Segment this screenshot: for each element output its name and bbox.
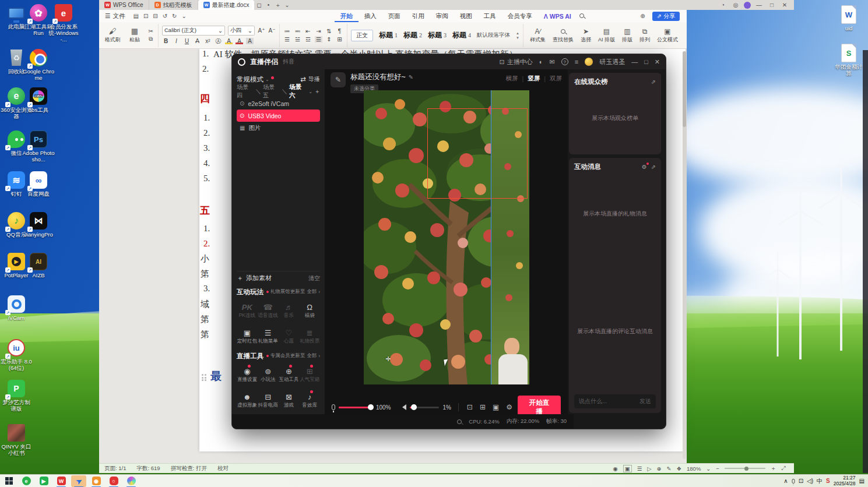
style-heading3-chip[interactable]: 标题3 (428, 30, 447, 40)
font-color-button[interactable]: A (236, 38, 243, 44)
save-icon[interactable]: ▤ (131, 13, 140, 19)
feature-voice-link[interactable]: ☎语音连线 (258, 299, 279, 323)
tool-sound-library[interactable]: ♪音效库 (299, 389, 320, 413)
taskbar-color-wheel-app[interactable] (122, 475, 140, 487)
camera-preview[interactable]: ✛ (364, 90, 529, 384)
official-doc-mode-button[interactable]: ▣公文模式 (654, 27, 681, 44)
help-icon[interactable]: ? (561, 58, 568, 65)
format-painter-button[interactable]: 🖌格式刷 (103, 27, 122, 44)
taskbar-360-browser[interactable]: e (17, 475, 35, 487)
zoom-slider[interactable] (725, 468, 765, 469)
style-scroll-down-icon[interactable]: ▼ (516, 36, 519, 40)
fit-page-icon[interactable]: ❖ (677, 465, 682, 472)
zoom-in-button[interactable]: ＋ (771, 465, 776, 472)
menu-icon[interactable]: ≡ (575, 58, 578, 65)
edit-mode-icon[interactable]: ✎ (667, 465, 672, 472)
feature-music[interactable]: ♬音乐 (279, 299, 300, 323)
redo-icon[interactable]: ↻ (170, 13, 179, 19)
tool-mini-play[interactable]: ⊚小玩法 (258, 363, 279, 387)
tab-list-chevron[interactable]: ⌄ (282, 0, 291, 10)
cut-icon[interactable]: ✂ (147, 28, 154, 34)
tray-mic-icon[interactable] (792, 479, 795, 484)
tab-comment-icon[interactable]: ◻ (254, 0, 263, 10)
align-right-button[interactable]: ☲ (304, 36, 312, 43)
desktop-icon-obs-tool[interactable]: OBS↗ obs工具 (22, 86, 55, 114)
arrange-button[interactable]: ⧉排列 (637, 27, 653, 44)
sogou-input-icon[interactable]: S (826, 478, 830, 484)
source-ivcam[interactable]: ⊙e2eSoft iVCam (237, 97, 320, 110)
select-button[interactable]: ➤选择 (578, 27, 594, 44)
tool-games[interactable]: ⊠游戏 (279, 389, 300, 413)
source-usb3-video[interactable]: ⊙USB3 Video (237, 110, 320, 122)
outline-view-icon[interactable]: ☰ (637, 465, 642, 472)
microphone-icon[interactable] (332, 404, 335, 410)
mic-volume-slider[interactable] (339, 407, 372, 408)
bullets-button[interactable]: ≔ (283, 28, 291, 34)
char-shading-button[interactable]: A (246, 38, 254, 44)
web-view-icon[interactable]: ⊕ (657, 465, 662, 472)
wps-account-avatar[interactable] (744, 2, 751, 9)
sort-button[interactable]: ⇅ (325, 28, 333, 34)
output-icon[interactable]: ⊡ (141, 13, 150, 19)
add-material-button[interactable]: ＋添加素材 (237, 274, 272, 283)
wps-maximize-button[interactable]: □ (767, 2, 776, 8)
speaker-volume-slider[interactable] (410, 407, 439, 408)
menu-home[interactable]: 开始 (335, 10, 359, 22)
play-view-icon[interactable]: ▷ (647, 465, 651, 472)
menu-reference[interactable]: 引用 (406, 12, 430, 20)
style-heading1-chip[interactable]: 标题1 (379, 30, 398, 40)
quickbar-chevron[interactable]: ⌄ (179, 13, 188, 19)
zoom-stats-icon[interactable] (457, 419, 462, 424)
wps-theme-icon[interactable]: ◔ (718, 2, 728, 8)
find-replace-button[interactable]: 查找替换 (550, 27, 577, 44)
menu-insert[interactable]: 插入 (359, 12, 382, 20)
source-image[interactable]: ▦图片 (237, 122, 320, 134)
popout-icon[interactable]: ⇗ (651, 164, 656, 170)
anchor-center-button[interactable]: ⊡主播中心 (500, 58, 533, 66)
wps-minimize-button[interactable]: — (754, 2, 764, 8)
popout-icon[interactable]: ⇗ (651, 79, 656, 85)
upload-cloud-icon[interactable]: ⊕ (638, 13, 647, 19)
tray-ime-indicator[interactable]: 中 (817, 477, 823, 485)
tool-interactive-tools[interactable]: ⊕互动工具 (279, 363, 300, 387)
taskbar-green-media-app[interactable]: ▶ (35, 475, 52, 487)
desktop-icon-photoshop[interactable]: Ps↗ Adobe Photosho... (22, 129, 55, 163)
shading-button[interactable]: ⊞ (336, 36, 343, 43)
justify-button[interactable]: ☰ (315, 36, 322, 43)
desktop-icon-qinyv[interactable]: QINYV 夹口小红书 (0, 423, 33, 457)
show-marks-button[interactable]: ¶ (336, 28, 343, 34)
style-body-chip[interactable]: 正文 (351, 30, 373, 41)
feature-gift-menu[interactable]: ☰礼物菜单 (258, 324, 279, 349)
search-icon[interactable] (577, 13, 586, 19)
word-count[interactable]: 字数: 619 (132, 465, 166, 472)
preview-canvas[interactable]: ✛ (325, 89, 568, 399)
scene-chevron-icon[interactable]: ⌄ (308, 89, 312, 94)
feature-wish[interactable]: ♡心愿 (279, 324, 300, 349)
tray-display-icon[interactable]: ⊡ (799, 478, 803, 484)
zoom-out-button[interactable]: − (716, 465, 719, 472)
projection-icon[interactable]: ⊞ (478, 403, 487, 411)
wps-message-icon[interactable]: ◎ (731, 2, 740, 8)
live-minimize-button[interactable]: — (631, 58, 638, 65)
ai-layout-button[interactable]: ▤AI 排版 (595, 27, 618, 44)
orientation-dual[interactable]: 双屏 (550, 75, 562, 83)
eye-protect-icon[interactable]: ◉ (613, 465, 617, 472)
tool-douyin-ecommerce[interactable]: ⊟抖音电商 (258, 389, 279, 413)
page-view-icon[interactable]: ▣ (623, 465, 632, 472)
paragraph-drag-handle[interactable] (202, 374, 206, 381)
desktop-icon-ivcam[interactable]: ↗ iVCam (0, 294, 33, 322)
add-scene-button[interactable]: ＋ (314, 87, 320, 96)
menu-page[interactable]: 页面 (382, 12, 406, 20)
increase-font-icon[interactable]: A⁺ (258, 27, 265, 34)
zoom-level[interactable]: 180% (687, 465, 701, 472)
font-size-select[interactable]: 小四⌄ (228, 26, 255, 36)
style-default-font-chip[interactable]: 默认段落字体 (477, 31, 510, 39)
copy-icon[interactable]: ⧉ (147, 36, 154, 43)
wps-document-tab[interactable]: W 最新搭建.docx (198, 0, 255, 10)
wps-home-tab[interactable]: W WPS Office (99, 0, 149, 10)
director-button[interactable]: ⇄导播 (300, 75, 320, 83)
align-center-button[interactable]: ☱ (294, 36, 301, 43)
bold-button[interactable]: B (162, 38, 170, 44)
edit-title-button[interactable]: ✎ (331, 72, 346, 87)
outdent-button[interactable]: ⇤ (304, 28, 312, 34)
